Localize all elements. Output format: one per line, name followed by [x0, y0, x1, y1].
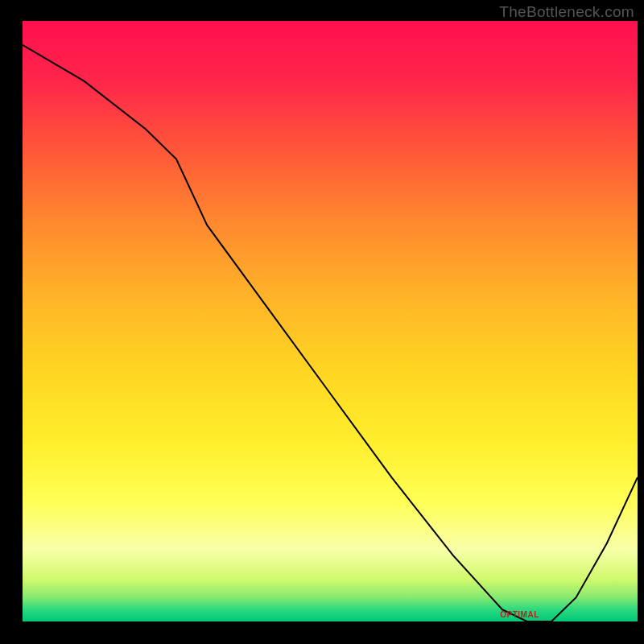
optimal-label: OPTIMAL: [500, 610, 539, 619]
plot-area: OPTIMAL: [23, 21, 638, 621]
bottleneck-curve: [23, 21, 638, 621]
bottleneck-chart: TheBottleneck.com OPTIMAL: [0, 0, 644, 644]
watermark-label: TheBottleneck.com: [499, 3, 634, 21]
